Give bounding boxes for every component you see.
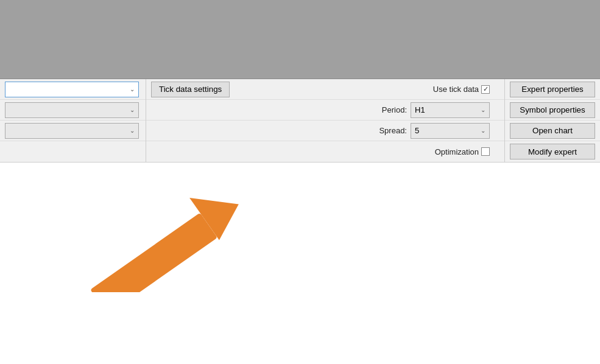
modify-expert-button[interactable]: Modify expert	[510, 144, 595, 159]
right-cell-3: Open chart	[505, 121, 600, 141]
right-cell-2: Symbol properties	[505, 100, 600, 121]
open-chart-button[interactable]: Open chart	[510, 123, 595, 139]
cell-row3-left: ⌄	[0, 121, 146, 141]
spread-dropdown[interactable]: 5 ⌄	[411, 123, 490, 139]
top-gray-area	[0, 0, 600, 79]
period-arrow-icon: ⌄	[481, 107, 485, 113]
main-dropdown-2[interactable]: ⌄	[5, 102, 139, 118]
tick-data-settings-button[interactable]: Tick data settings	[151, 82, 230, 97]
right-cell-1: Expert properties	[505, 79, 600, 100]
mid-row-3: Spread: 5 ⌄	[146, 121, 504, 141]
use-tick-data-checkbox[interactable]	[481, 85, 490, 94]
symbol-properties-button[interactable]: Symbol properties	[510, 102, 595, 118]
cell-row4-left	[0, 141, 146, 162]
main-dropdown-1[interactable]: ⌄	[5, 82, 139, 97]
middle-column: Tick data settings Use tick data Period:…	[146, 79, 504, 162]
arrow-overlay	[49, 170, 292, 292]
use-tick-data-label: Use tick data	[433, 85, 479, 94]
left-column: ⌄ ⌄ ⌄	[0, 79, 146, 162]
main-dropdown-3[interactable]: ⌄	[5, 123, 139, 139]
optimization-checkbox[interactable]	[481, 147, 490, 156]
dropdown-arrow-3: ⌄	[130, 127, 135, 134]
mid-row-2: Period: H1 ⌄	[146, 100, 504, 121]
dropdown-arrow-1: ⌄	[130, 86, 135, 93]
svg-rect-0	[90, 213, 217, 292]
optimization-label: Optimization	[435, 147, 479, 156]
toolbar-grid: ⌄ ⌄ ⌄ Tick data settings	[0, 79, 600, 162]
right-cell-4: Modify expert	[505, 141, 600, 162]
toolbar-area: ⌄ ⌄ ⌄ Tick data settings	[0, 79, 600, 163]
mid-row-1: Tick data settings Use tick data	[146, 79, 504, 100]
use-tick-data-group: Use tick data	[433, 85, 490, 94]
dropdown-arrow-2: ⌄	[130, 107, 135, 113]
expert-properties-button[interactable]: Expert properties	[510, 82, 595, 97]
spread-label: Spread:	[379, 126, 407, 135]
mid-row-4: Optimization	[146, 141, 504, 162]
period-dropdown[interactable]: H1 ⌄	[411, 102, 490, 118]
right-column: Expert properties Symbol properties Open…	[504, 79, 600, 162]
orange-arrow-icon	[49, 170, 280, 292]
period-label: Period:	[382, 105, 407, 114]
optimization-group: Optimization	[435, 147, 490, 156]
period-value: H1	[415, 105, 425, 114]
cell-row1-left: ⌄	[0, 79, 146, 100]
spread-value: 5	[415, 126, 419, 135]
spread-arrow-icon: ⌄	[481, 127, 485, 134]
svg-marker-1	[189, 177, 249, 240]
cell-row2-left: ⌄	[0, 100, 146, 121]
